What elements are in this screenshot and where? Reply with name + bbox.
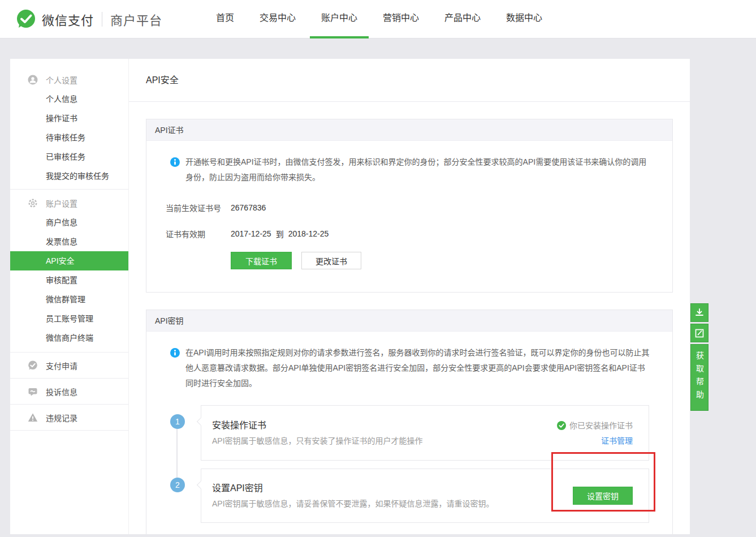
chat-bubble-icon xyxy=(28,386,38,397)
step-1-title: 安装操作证书 xyxy=(212,418,423,433)
feedback-float-button[interactable] xyxy=(690,324,709,342)
sidebar-link-label: 违规记录 xyxy=(46,412,77,423)
step-2-action-area: 设置密钥 xyxy=(573,487,633,505)
certificate-management-link[interactable]: 证书管理 xyxy=(601,433,633,448)
api-key-info-text: 在API调用时用来按照指定规则对你的请求参数进行签名，服务器收到你的请求时会进行… xyxy=(185,345,650,391)
change-certificate-button[interactable]: 更改证书 xyxy=(301,252,361,269)
cert-validity-label: 证书有效期 xyxy=(166,228,231,239)
step-install-cert: 1 安装操作证书 API密钥属于敏感信息，只有安装了操作证书的用户才能操作 你已… xyxy=(201,405,649,461)
sidebar-item-staff-account-mgmt[interactable]: 员工账号管理 xyxy=(10,309,128,328)
sidebar-item-api-security[interactable]: API安全 xyxy=(10,251,128,270)
cert-actions: 下载证书 更改证书 xyxy=(231,252,672,292)
brand-product: 商户平台 xyxy=(110,10,162,28)
download-icon xyxy=(694,308,705,318)
api-key-info: 在API调用时用来按照指定规则对你的请求参数进行签名，服务器收到你的请求时会进行… xyxy=(146,332,672,391)
sidebar-item-merchant-info[interactable]: 商户信息 xyxy=(10,213,128,232)
sidebar-group-title: 个人设置 xyxy=(46,74,77,85)
step-set-api-key: 2 设置API密钥 API密钥属于敏感信息，请妥善保管不要泄露，如果怀疑信息泄露… xyxy=(201,469,649,523)
step-1-status-text: 你已安装操作证书 xyxy=(569,418,633,433)
api-certificate-card-title: API证书 xyxy=(146,119,672,141)
sidebar-item-review-config[interactable]: 审核配置 xyxy=(10,270,128,290)
sidebar-item-invoice-info[interactable]: 发票信息 xyxy=(10,232,128,251)
sidebar-header-account-settings: 账户设置 xyxy=(10,194,128,213)
api-key-card: API密钥 在API调用时用来按照指定规则对你的请求参数进行签名，服务器收到你的… xyxy=(146,310,673,534)
sidebar-group-personal-settings: 个人设置 个人信息 操作证书 待审核任务 已审核任务 我提交的审核任务 xyxy=(10,59,128,190)
download-float-button[interactable] xyxy=(690,303,709,322)
cert-valid-from: 2017-12-25 xyxy=(231,229,271,238)
nav-home[interactable]: 首页 xyxy=(205,0,245,38)
info-icon xyxy=(170,157,180,167)
chat-check-icon xyxy=(28,360,38,371)
step-1-desc: API密钥属于敏感信息，只有安装了操作证书的用户才能操作 xyxy=(212,433,423,448)
nav-account-center[interactable]: 账户中心 xyxy=(310,0,369,38)
sidebar: 个人设置 个人信息 操作证书 待审核任务 已审核任务 我提交的审核任务 账户设置… xyxy=(10,59,129,534)
step-connector-line xyxy=(176,429,178,478)
sidebar-item-my-submitted-tasks[interactable]: 我提交的审核任务 xyxy=(10,166,128,186)
floating-toolbar: 获取帮助 xyxy=(690,303,709,411)
main-nav: 首页 交易中心 账户中心 营销中心 产品中心 数据中心 xyxy=(205,0,556,38)
sidebar-link-label: 支付申请 xyxy=(46,360,77,371)
edit-icon xyxy=(694,328,705,338)
warning-icon xyxy=(28,413,38,423)
top-header: 微信支付 商户平台 首页 交易中心 账户中心 营销中心 产品中心 数据中心 xyxy=(0,0,756,38)
download-certificate-button[interactable]: 下载证书 xyxy=(231,252,292,269)
gear-icon xyxy=(28,198,38,208)
nav-transaction-center[interactable]: 交易中心 xyxy=(248,0,307,38)
wechat-pay-logo-icon xyxy=(16,9,36,29)
api-certificate-info-text: 开通帐号和更换API证书时，由微信支付签发，用来标识和界定你的身份；部分安全性要… xyxy=(185,154,650,185)
api-certificate-card: API证书 开通帐号和更换API证书时，由微信支付签发，用来标识和界定你的身份；… xyxy=(146,119,673,293)
sidebar-item-operation-cert[interactable]: 操作证书 xyxy=(10,109,128,128)
page-title: API安全 xyxy=(129,59,690,102)
nav-data-center[interactable]: 数据中心 xyxy=(495,0,554,38)
nav-marketing-center[interactable]: 营销中心 xyxy=(371,0,430,38)
sidebar-item-wechat-group-mgmt[interactable]: 微信群管理 xyxy=(10,290,128,309)
step-2-notch xyxy=(197,481,205,489)
nav-product-center[interactable]: 产品中心 xyxy=(433,0,492,38)
sidebar-header-personal-settings: 个人设置 xyxy=(10,70,128,89)
sidebar-group-account-settings: 账户设置 商户信息 发票信息 API安全 审核配置 微信群管理 员工账号管理 微… xyxy=(10,190,128,353)
cert-valid-to-word: 到 xyxy=(276,228,284,239)
step-1-status-area: 你已安装操作证书 证书管理 xyxy=(557,418,633,448)
brand-separator xyxy=(102,12,102,27)
api-key-card-title: API密钥 xyxy=(146,310,672,332)
step-2-badge: 2 xyxy=(170,478,185,492)
main-content: API安全 API证书 开通帐号和更换API证书时，由微信支付签发，用来标识和界… xyxy=(129,59,690,534)
get-help-button[interactable]: 获取帮助 xyxy=(690,344,709,411)
sidebar-item-pending-review-tasks[interactable]: 待审核任务 xyxy=(10,128,128,147)
step-1-badge: 1 xyxy=(170,414,185,429)
info-icon xyxy=(170,348,180,358)
api-certificate-info: 开通帐号和更换API证书时，由微信支付签发，用来标识和界定你的身份；部分安全性要… xyxy=(146,141,672,185)
brand: 微信支付 商户平台 xyxy=(16,0,162,38)
cert-number-label: 当前生效证书号 xyxy=(166,202,231,213)
step-1-text: 安装操作证书 API密钥属于敏感信息，只有安装了操作证书的用户才能操作 xyxy=(212,418,423,448)
user-icon xyxy=(28,75,38,85)
cert-number-value: 26767836 xyxy=(231,203,266,212)
sidebar-link-complaint-info[interactable]: 投诉信息 xyxy=(10,379,128,405)
step-2-title: 设置API密钥 xyxy=(212,480,494,496)
cert-valid-to: 2018-12-25 xyxy=(288,229,329,238)
sidebar-link-violation-records[interactable]: 违规记录 xyxy=(10,405,128,431)
api-key-steps: 1 安装操作证书 API密钥属于敏感信息，只有安装了操作证书的用户才能操作 你已… xyxy=(146,405,649,534)
sidebar-item-wechat-merchant-terminal[interactable]: 微信商户终端 xyxy=(10,328,128,347)
check-circle-icon xyxy=(557,421,566,430)
set-api-key-button[interactable]: 设置密钥 xyxy=(573,487,633,505)
step-2-desc: API密钥属于敏感信息，请妥善保管不要泄露，如果怀疑信息泄露，请重设密钥。 xyxy=(212,496,494,511)
sidebar-item-reviewed-tasks[interactable]: 已审核任务 xyxy=(10,147,128,166)
step-1-notch xyxy=(197,418,205,426)
sidebar-group-title: 账户设置 xyxy=(46,197,77,209)
sidebar-link-payment-application[interactable]: 支付申请 xyxy=(10,353,128,379)
step-2-text: 设置API密钥 API密钥属于敏感信息，请妥善保管不要泄露，如果怀疑信息泄露，请… xyxy=(212,480,494,511)
cert-validity-row: 证书有效期 2017-12-25 到 2018-12-25 xyxy=(146,228,672,239)
sidebar-link-label: 投诉信息 xyxy=(46,386,77,397)
cert-number-row: 当前生效证书号 26767836 xyxy=(146,202,672,213)
brand-name: 微信支付 xyxy=(42,10,94,28)
screen: 微信支付 商户平台 首页 交易中心 账户中心 营销中心 产品中心 数据中心 个人… xyxy=(0,0,756,537)
step-1-status: 你已安装操作证书 xyxy=(557,418,633,433)
sidebar-item-personal-info[interactable]: 个人信息 xyxy=(10,89,128,109)
